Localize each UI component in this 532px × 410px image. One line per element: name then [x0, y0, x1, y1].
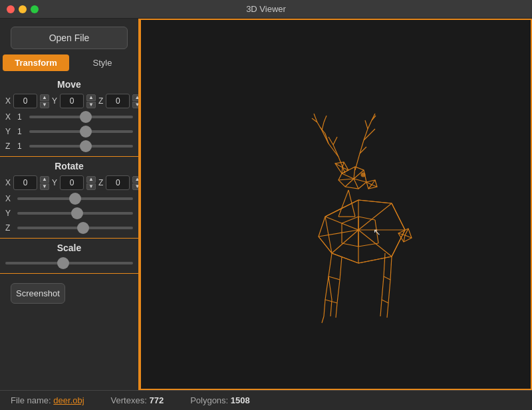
move-z-slider-container [29, 140, 133, 152]
svg-line-89 [358, 243, 378, 247]
divider-2 [0, 238, 138, 239]
svg-line-3 [358, 203, 392, 230]
rotate-y-input[interactable] [60, 175, 84, 190]
move-x-slider[interactable] [29, 116, 133, 118]
svg-line-21 [342, 173, 354, 179]
move-y-input[interactable] [60, 94, 84, 108]
rotate-x-spinner[interactable]: ▲ ▼ [40, 176, 49, 190]
svg-line-61 [329, 253, 332, 276]
move-y-down[interactable]: ▼ [86, 102, 96, 108]
move-y-slider-container [29, 126, 133, 138]
svg-line-56 [368, 120, 372, 129]
svg-line-70 [384, 253, 385, 276]
svg-line-73 [390, 256, 392, 280]
move-z-label: Z [98, 96, 103, 106]
svg-line-47 [322, 122, 324, 130]
svg-line-74 [388, 280, 390, 303]
svg-line-77 [325, 300, 337, 303]
scale-slider[interactable] [5, 262, 133, 264]
rotate-x-up[interactable]: ▲ [40, 176, 49, 183]
maximize-button[interactable] [31, 5, 39, 13]
tab-transform[interactable]: Transform [3, 54, 69, 71]
open-file-button[interactable]: Open File [11, 27, 128, 49]
rotate-section-label: Rotate [0, 161, 138, 171]
svg-line-88 [342, 243, 358, 247]
move-z-up[interactable]: ▲ [132, 94, 138, 101]
move-y-slider-label: Y [5, 127, 13, 136]
svg-line-27 [338, 179, 354, 180]
main-layout: Open File Transform Style Move X ▲ ▼ Y ▲ [0, 19, 532, 390]
svg-line-66 [331, 300, 332, 316]
move-y-up[interactable]: ▲ [86, 94, 96, 101]
svg-line-65 [329, 276, 332, 300]
rotate-z-up[interactable]: ▲ [132, 176, 138, 183]
statusbar: File name: deer.obj Vertexes: 772 Polygo… [0, 390, 532, 410]
move-x-down[interactable]: ▼ [40, 102, 49, 108]
move-z-val: 1 [17, 142, 25, 151]
svg-line-71 [382, 276, 384, 300]
rotate-y-slider-label: Y [5, 209, 13, 218]
move-z-slider[interactable] [29, 145, 133, 148]
rotate-x-slider-row: X [5, 193, 133, 205]
rotate-y-spinner[interactable]: ▲ ▼ [86, 176, 96, 190]
rotate-z-slider-label: Z [5, 223, 13, 233]
rotate-x-label: X [5, 178, 11, 187]
vertexes-value: 772 [149, 395, 164, 405]
rotate-x-down[interactable]: ▼ [40, 183, 49, 190]
move-y-spinner[interactable]: ▲ ▼ [86, 94, 96, 108]
svg-line-86 [342, 217, 358, 223]
svg-line-12 [358, 256, 392, 263]
move-x-up[interactable]: ▲ [40, 94, 49, 101]
rotate-y-down[interactable]: ▼ [86, 183, 96, 190]
polygons-label: Polygons: [190, 395, 228, 405]
sidebar: Open File Transform Style Move X ▲ ▼ Y ▲ [0, 19, 140, 390]
move-x-spinner[interactable]: ▲ ▼ [40, 94, 49, 108]
scale-section-label: Scale [0, 243, 138, 253]
move-y-val: 1 [17, 127, 25, 136]
rotate-x-slider[interactable] [17, 197, 133, 200]
move-z-down[interactable]: ▼ [132, 102, 138, 108]
move-xyz-row: X ▲ ▼ Y ▲ ▼ Z ▲ ▼ [5, 94, 133, 108]
svg-line-10 [319, 237, 332, 253]
rotate-y-up[interactable]: ▲ [86, 176, 96, 183]
move-z-input[interactable] [106, 94, 130, 108]
tab-style[interactable]: Style [69, 54, 136, 71]
filename-section: File name: deer.obj [11, 395, 84, 405]
rotate-z-spinner[interactable]: ▲ ▼ [132, 176, 138, 190]
svg-line-76 [329, 276, 340, 280]
divider-3 [0, 273, 138, 274]
move-x-val: 1 [17, 112, 25, 122]
rotate-xyz-row: X ▲ ▼ Y ▲ ▼ Z ▲ ▼ [5, 175, 133, 190]
minimize-button[interactable] [19, 5, 27, 13]
rotate-x-slider-label: X [5, 194, 13, 203]
viewport[interactable]: ↖ [140, 19, 532, 390]
move-x-slider-container [29, 111, 133, 123]
move-z-slider-label: Z [5, 142, 13, 151]
titlebar: 3D Viewer [0, 0, 532, 19]
rotate-y-slider[interactable] [17, 212, 133, 215]
rotate-x-slider-container [17, 193, 133, 205]
rotate-z-slider-container [17, 222, 133, 234]
move-z-slider-row: Z 1 [5, 140, 133, 152]
svg-line-63 [324, 300, 325, 316]
move-x-input[interactable] [13, 94, 37, 108]
move-z-spinner[interactable]: ▲ ▼ [132, 94, 138, 108]
move-x-slider-row: X 1 [5, 111, 133, 123]
scale-slider-container [5, 257, 133, 269]
rotate-z-input[interactable] [106, 175, 130, 190]
move-x-label: X [5, 96, 11, 106]
window-controls [7, 5, 39, 13]
svg-line-34 [342, 167, 342, 173]
rotate-x-input[interactable] [13, 175, 37, 190]
rotate-z-slider[interactable] [17, 227, 133, 229]
rotate-z-down[interactable]: ▼ [132, 183, 138, 190]
svg-line-68 [337, 280, 340, 303]
svg-line-72 [380, 300, 382, 316]
move-y-slider[interactable] [29, 130, 133, 133]
window-title: 3D Viewer [246, 4, 286, 14]
screenshot-button[interactable]: Screenshot [11, 283, 65, 304]
close-button[interactable] [7, 5, 15, 13]
filename-link[interactable]: deer.obj [53, 395, 84, 405]
vertexes-section: Vertexes: 772 [111, 395, 164, 405]
svg-line-26 [345, 179, 354, 187]
